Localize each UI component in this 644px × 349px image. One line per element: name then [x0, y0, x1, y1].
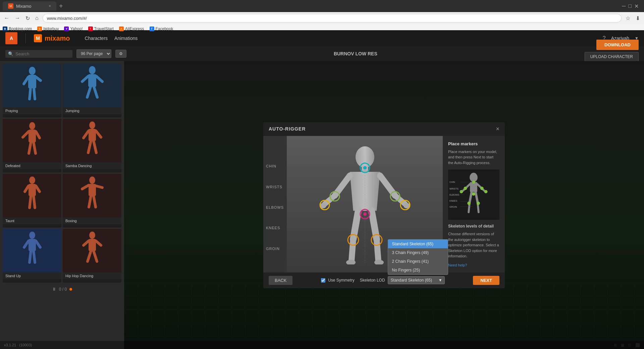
restore-button[interactable]: □: [628, 3, 632, 9]
page-dot-1[interactable]: [69, 288, 72, 291]
modal-close-button[interactable]: ×: [496, 126, 499, 133]
svg-line-27: [36, 186, 40, 192]
svg-line-40: [30, 251, 31, 262]
svg-point-6: [89, 66, 96, 74]
svg-line-11: [94, 87, 97, 97]
svg-line-55: [352, 239, 353, 261]
svg-text:GROIN: GROIN: [449, 206, 457, 208]
new-tab-button[interactable]: +: [56, 2, 66, 10]
facebook-label: Facebook: [156, 27, 173, 31]
bookmark-yahoo[interactable]: Y Yahoo!: [64, 27, 83, 31]
search-icon: 🔍: [8, 51, 13, 56]
next-button[interactable]: NEXT: [473, 276, 499, 285]
bookmark-facebook[interactable]: f Facebook: [150, 27, 173, 31]
reload-button[interactable]: ↻: [24, 14, 31, 23]
lod-option-2chain[interactable]: 2 Chain Fingers (41): [388, 257, 448, 266]
character-item-boxing[interactable]: Boxing: [63, 174, 121, 228]
marker-wrists: WRISTS: [263, 184, 287, 190]
close-tab-button[interactable]: ×: [49, 4, 51, 8]
marker-elbows: ELBOWS: [263, 204, 287, 211]
page-counter: 0 / 0: [59, 287, 67, 292]
character-item-samba[interactable]: Samba Dancing: [63, 119, 121, 172]
bookmark-aliexpress[interactable]: A AliExpress: [119, 27, 144, 31]
svg-line-15: [36, 132, 40, 138]
svg-line-44: [84, 241, 89, 245]
lod-option-3chain[interactable]: 3 Chain Fingers (49): [388, 248, 448, 257]
character-label-samba: Samba Dancing: [63, 162, 121, 169]
character-item-taunt[interactable]: Taunt: [3, 174, 61, 228]
bookmark-button[interactable]: ☆: [624, 14, 632, 23]
lod-option-standard[interactable]: Standard Skeleton (65): [388, 240, 448, 248]
character-thumb-praying: [19, 65, 46, 106]
svg-line-10: [87, 87, 91, 97]
use-symmetry-checkbox[interactable]: [321, 278, 325, 283]
character-item-hiphop[interactable]: Hip Hop Dancing: [63, 229, 121, 283]
svg-line-45: [96, 241, 101, 245]
svg-point-66: [363, 212, 367, 216]
nav-animations[interactable]: Animations: [114, 36, 138, 41]
bookmark-booking[interactable]: B Booking.com: [3, 27, 32, 31]
marker-groin: GROIN: [263, 245, 287, 252]
home-button[interactable]: ⌂: [34, 14, 40, 22]
svg-point-88: [477, 201, 480, 205]
svg-line-4: [30, 88, 31, 99]
tab-title: Mixamo: [16, 4, 32, 9]
back-button[interactable]: ←: [3, 14, 11, 22]
svg-line-41: [34, 251, 35, 262]
svg-point-48: [356, 146, 374, 168]
svg-line-46: [88, 251, 91, 261]
download-button[interactable]: DOWNLOAD: [596, 40, 639, 50]
settings-button[interactable]: ⚙: [115, 50, 126, 58]
nav-characters[interactable]: Characters: [85, 36, 108, 41]
need-help-link[interactable]: Need help?: [448, 263, 499, 267]
svg-text:ELBOWS: ELBOWS: [449, 193, 460, 196]
skeleton-preview-svg: CHIN WRISTS ELBOWS KNEES GROIN: [448, 170, 499, 219]
svg-point-0: [29, 67, 36, 75]
download-manager-button[interactable]: ⬇: [634, 14, 641, 23]
bookmark-bidorbuy[interactable]: b bidorbuy: [37, 27, 59, 31]
character-item-praying[interactable]: Praying: [3, 64, 61, 117]
lod-row: Skeleton LOD Standard Skeleton (65) ▼ St…: [360, 276, 445, 284]
svg-line-22: [88, 141, 91, 153]
marker-label-column: CHIN WRISTS ELBOWS KNEES: [263, 136, 287, 272]
bookmark-travelstart[interactable]: T TravelStart: [88, 27, 114, 31]
character-label-taunt: Taunt: [3, 217, 61, 224]
url-bar[interactable]: www.mixamo.com/#/: [43, 14, 622, 22]
character-item-jumping[interactable]: Jumping: [63, 64, 121, 117]
lod-select-button[interactable]: Standard Skeleton (65) ▼: [388, 276, 445, 284]
lod-option-nofingers[interactable]: No Fingers (25): [388, 266, 448, 275]
minimize-button[interactable]: ─: [622, 3, 626, 9]
active-tab[interactable]: M Mixamo ×: [3, 1, 56, 11]
svg-line-35: [94, 196, 96, 207]
svg-line-23: [94, 141, 96, 153]
upload-character-button[interactable]: UPLOAD CHARACTER: [585, 52, 639, 61]
per-page-select[interactable]: 96 Per page 48 Per page 24 Per page: [76, 49, 111, 58]
character-label-hiphop: Hip Hop Dancing: [63, 272, 121, 279]
marker-chin: CHIN: [263, 163, 287, 169]
svg-line-29: [34, 196, 35, 208]
content-area: Praying Jumping: [0, 61, 644, 349]
forward-button[interactable]: →: [13, 14, 21, 22]
symmetry-row: Use Symmetry: [321, 278, 355, 283]
close-window-button[interactable]: ✕: [634, 3, 639, 9]
svg-line-32: [82, 185, 89, 189]
search-input[interactable]: [15, 51, 70, 56]
character-label-praying: Praying: [3, 107, 61, 114]
modal-title: AUTO-RIGGER: [269, 126, 306, 132]
svg-point-18: [89, 121, 95, 129]
use-symmetry-label: Use Symmetry: [328, 278, 355, 283]
svg-line-8: [82, 76, 88, 82]
lod-dropdown: Standard Skeleton (65) 3 Chain Fingers (…: [388, 239, 448, 275]
version-info: v3.1.21 · (10003): [4, 343, 32, 347]
svg-line-21: [96, 131, 101, 137]
character-thumb-samba: [79, 120, 106, 161]
character-label-jumping: Jumping: [63, 107, 121, 114]
character-item-standup[interactable]: Stand Up: [3, 229, 61, 283]
character-thumb-hiphop: [79, 231, 106, 271]
footer-center: Use Symmetry Skeleton LOD Standard Skele…: [321, 276, 444, 284]
back-button[interactable]: BACK: [269, 276, 292, 285]
search-box[interactable]: 🔍: [5, 50, 72, 58]
character-item-defeated[interactable]: Defeated: [3, 119, 61, 172]
app-nav: Characters Animations: [85, 36, 138, 41]
prev-page-button[interactable]: ⏸: [52, 287, 56, 292]
